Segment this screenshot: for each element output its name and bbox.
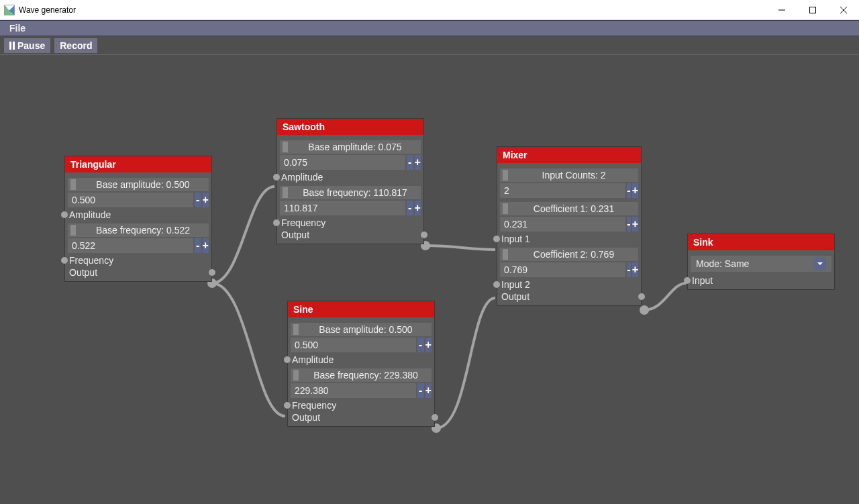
sine-amplitude-port[interactable]: Amplitude bbox=[291, 354, 432, 366]
node-triangular-header[interactable]: Triangular bbox=[65, 156, 211, 172]
sine-base-amp-input[interactable] bbox=[291, 338, 416, 352]
triangular-base-freq-minus[interactable]: - bbox=[195, 238, 201, 253]
sine-frequency-port[interactable]: Frequency bbox=[291, 399, 432, 411]
port-dot-icon[interactable] bbox=[61, 257, 68, 264]
sine-base-freq-plus[interactable]: + bbox=[425, 383, 432, 398]
mixer-input2-port[interactable]: Input 2 bbox=[500, 279, 638, 291]
drag-handle-icon[interactable] bbox=[293, 370, 299, 381]
port-dot-icon[interactable] bbox=[493, 236, 500, 242]
port-dot-icon[interactable] bbox=[493, 281, 500, 288]
mixer-coef2-input[interactable] bbox=[500, 262, 625, 277]
menu-file[interactable]: File bbox=[5, 21, 30, 35]
sine-base-amp-plus[interactable]: + bbox=[425, 338, 432, 352]
mixer-input-counts-plus[interactable]: + bbox=[632, 183, 638, 198]
triangular-base-freq-plus[interactable]: + bbox=[203, 238, 209, 253]
sine-base-freq-input[interactable] bbox=[291, 383, 416, 398]
port-dot-icon[interactable] bbox=[421, 232, 427, 238]
mixer-input-counts-label: Input Counts: 2 bbox=[500, 168, 638, 182]
mixer-coef1-label: Coefficient 1: 0.231 bbox=[500, 202, 638, 215]
pause-button[interactable]: Pause bbox=[4, 38, 50, 53]
triangular-base-freq-label: Base frequency: 0.522 bbox=[68, 223, 209, 237]
port-dot-icon[interactable] bbox=[209, 269, 215, 276]
drag-handle-icon[interactable] bbox=[503, 203, 508, 214]
node-sawtooth-header[interactable]: Sawtooth bbox=[277, 119, 423, 135]
mixer-output-port[interactable]: Output bbox=[500, 291, 638, 303]
node-sink[interactable]: Sink Mode: Same Input bbox=[687, 234, 835, 290]
record-button[interactable]: Record bbox=[54, 38, 97, 53]
toolbar: Pause Record bbox=[0, 36, 859, 55]
sawtooth-output-port[interactable]: Output bbox=[280, 229, 421, 241]
triangular-base-amp-plus[interactable]: + bbox=[203, 193, 209, 207]
sawtooth-base-amp-label: Base amplitude: 0.075 bbox=[280, 140, 421, 154]
mixer-input-counts-input[interactable] bbox=[500, 183, 625, 198]
sink-mode-label: Mode: Same bbox=[696, 258, 749, 269]
pause-icon bbox=[9, 42, 15, 50]
sawtooth-base-freq-input[interactable] bbox=[280, 201, 405, 215]
drag-handle-icon[interactable] bbox=[503, 249, 508, 260]
svg-rect-0 bbox=[810, 7, 816, 13]
mixer-coef1-plus[interactable]: + bbox=[632, 217, 638, 232]
sink-mode-select[interactable]: Mode: Same bbox=[691, 256, 831, 272]
record-label: Record bbox=[60, 40, 92, 51]
node-triangular[interactable]: Triangular Base amplitude: 0.500 - + Amp… bbox=[64, 156, 212, 282]
window-titlebar: Wave generator bbox=[0, 0, 859, 20]
node-sine[interactable]: Sine Base amplitude: 0.500 - + Amplitude… bbox=[287, 301, 435, 427]
mixer-coef2-minus[interactable]: - bbox=[627, 262, 631, 277]
mixer-coef2-label: Coefficient 2: 0.769 bbox=[500, 248, 638, 261]
sawtooth-base-freq-plus[interactable]: + bbox=[415, 201, 421, 215]
mixer-coef1-input[interactable] bbox=[500, 217, 625, 232]
sawtooth-amplitude-port[interactable]: Amplitude bbox=[280, 171, 421, 183]
sawtooth-frequency-port[interactable]: Frequency bbox=[280, 217, 421, 229]
port-dot-icon[interactable] bbox=[273, 174, 280, 181]
port-dot-icon[interactable] bbox=[61, 211, 68, 218]
window-minimize-button[interactable] bbox=[766, 0, 797, 20]
drag-handle-icon[interactable] bbox=[70, 225, 76, 236]
mixer-input-counts-minus[interactable]: - bbox=[627, 183, 631, 198]
sawtooth-base-freq-label: Base frequency: 110.817 bbox=[280, 186, 421, 199]
sawtooth-base-amp-minus[interactable]: - bbox=[407, 155, 413, 170]
sine-base-amp-label: Base amplitude: 0.500 bbox=[291, 323, 432, 336]
sine-base-amp-minus[interactable]: - bbox=[417, 338, 424, 352]
sine-output-port[interactable]: Output bbox=[291, 411, 432, 423]
app-icon bbox=[4, 5, 15, 15]
drag-handle-icon[interactable] bbox=[70, 179, 76, 190]
node-sawtooth[interactable]: Sawtooth Base amplitude: 0.075 - + Ampli… bbox=[276, 118, 424, 244]
node-mixer[interactable]: Mixer Input Counts: 2 - + Coefficient 1:… bbox=[497, 146, 642, 306]
window-title: Wave generator bbox=[19, 5, 76, 15]
drag-handle-icon[interactable] bbox=[293, 324, 299, 335]
drag-handle-icon[interactable] bbox=[503, 170, 508, 181]
port-dot-icon[interactable] bbox=[284, 402, 291, 409]
svg-point-4 bbox=[640, 305, 649, 315]
sink-input-port[interactable]: Input bbox=[691, 274, 831, 287]
sawtooth-base-amp-input[interactable] bbox=[280, 155, 405, 170]
mixer-coef1-minus[interactable]: - bbox=[627, 217, 631, 232]
triangular-base-amp-input[interactable] bbox=[68, 193, 193, 207]
node-sink-header[interactable]: Sink bbox=[688, 234, 834, 250]
node-mixer-header[interactable]: Mixer bbox=[497, 147, 641, 163]
mixer-coef2-plus[interactable]: + bbox=[632, 262, 638, 277]
sawtooth-base-amp-plus[interactable]: + bbox=[415, 155, 421, 170]
drag-handle-icon[interactable] bbox=[283, 142, 288, 152]
triangular-base-amp-label: Base amplitude: 0.500 bbox=[68, 178, 209, 191]
drag-handle-icon[interactable] bbox=[283, 187, 288, 198]
sine-base-freq-label: Base frequency: 229.380 bbox=[291, 368, 432, 382]
port-dot-icon[interactable] bbox=[684, 277, 691, 284]
triangular-amplitude-port[interactable]: Amplitude bbox=[68, 209, 209, 221]
node-canvas[interactable]: Triangular Base amplitude: 0.500 - + Amp… bbox=[0, 55, 859, 504]
port-dot-icon[interactable] bbox=[432, 414, 438, 421]
port-dot-icon[interactable] bbox=[284, 356, 291, 363]
chevron-down-icon bbox=[814, 258, 826, 270]
sawtooth-base-freq-minus[interactable]: - bbox=[407, 201, 413, 215]
node-sine-header[interactable]: Sine bbox=[288, 301, 434, 317]
window-close-button[interactable] bbox=[828, 0, 859, 20]
pause-label: Pause bbox=[17, 40, 45, 51]
window-maximize-button[interactable] bbox=[797, 0, 828, 20]
triangular-base-amp-minus[interactable]: - bbox=[195, 193, 201, 207]
sine-base-freq-minus[interactable]: - bbox=[417, 383, 424, 398]
mixer-input1-port[interactable]: Input 1 bbox=[500, 233, 638, 245]
triangular-frequency-port[interactable]: Frequency bbox=[68, 254, 209, 266]
port-dot-icon[interactable] bbox=[638, 293, 645, 300]
triangular-base-freq-input[interactable] bbox=[68, 238, 193, 253]
triangular-output-port[interactable]: Output bbox=[68, 266, 209, 279]
port-dot-icon[interactable] bbox=[273, 219, 280, 226]
